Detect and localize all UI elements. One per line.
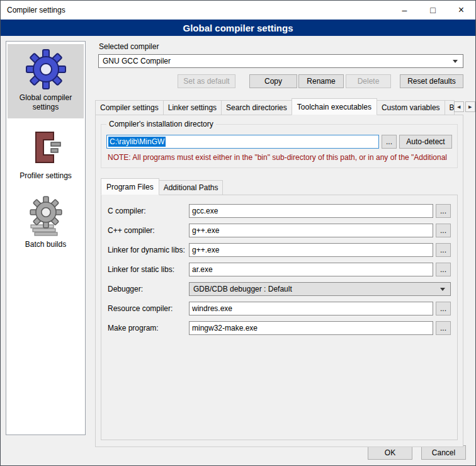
programs-tabbar: Program Files Additional Paths bbox=[101, 178, 458, 195]
gear-blue-icon bbox=[26, 49, 66, 89]
sidebar: Global compiler settings Profiler settin… bbox=[6, 41, 86, 435]
sidebar-item-label: Global compiler settings bbox=[9, 93, 82, 112]
selected-compiler-value: GNU GCC Compiler bbox=[103, 57, 171, 65]
cpp-compiler-browse-button[interactable]: ... bbox=[436, 224, 451, 237]
tab-program-files[interactable]: Program Files bbox=[101, 178, 159, 195]
c-compiler-label: C compiler: bbox=[108, 207, 186, 215]
copy-button[interactable]: Copy bbox=[249, 74, 297, 88]
installation-directory-row: C:\raylib\MinGW ... Auto-detect bbox=[106, 135, 452, 149]
compiler-actions: Set as default Copy Rename Delete Reset … bbox=[98, 74, 463, 88]
banner-title: Global compiler settings bbox=[183, 23, 293, 33]
set-as-default-button[interactable]: Set as default bbox=[178, 74, 235, 88]
selected-compiler-label: Selected compiler bbox=[99, 42, 463, 51]
tab-build-options[interactable]: Buil bbox=[445, 100, 455, 115]
static-linker-label: Linker for static libs: bbox=[108, 265, 186, 274]
compiler-settings-window: Compiler settings – □ × Global compiler … bbox=[0, 0, 476, 466]
minimize-icon: – bbox=[402, 5, 407, 15]
tab-toolchain-executables[interactable]: Toolchain executables bbox=[292, 98, 377, 115]
ok-button[interactable]: OK bbox=[368, 445, 412, 460]
tab-scroll-left-button[interactable]: ◀ bbox=[454, 101, 464, 112]
form-row-make-program: Make program: ... bbox=[108, 321, 451, 335]
debugger-dropdown[interactable]: GDB/CDB debugger : Default bbox=[189, 282, 451, 296]
debugger-label: Debugger: bbox=[108, 285, 186, 293]
tab-additional-paths[interactable]: Additional Paths bbox=[159, 180, 224, 195]
selected-compiler-dropdown[interactable]: GNU GCC Compiler bbox=[98, 54, 463, 68]
tab-linker-settings[interactable]: Linker settings bbox=[163, 100, 222, 115]
minimize-button[interactable]: – bbox=[390, 1, 419, 20]
make-program-browse-button[interactable]: ... bbox=[436, 321, 451, 335]
form-row-c-compiler: C compiler: ... bbox=[108, 204, 451, 218]
form-row-static-linker: Linker for static libs: ... bbox=[108, 263, 451, 276]
delete-button[interactable]: Delete bbox=[346, 74, 391, 88]
selected-text: C:\raylib\MinGW bbox=[108, 137, 166, 147]
sidebar-item-label: Batch builds bbox=[25, 240, 66, 249]
installation-directory-group: Compiler's installation directory C:\ray… bbox=[101, 124, 458, 168]
cpp-compiler-label: C++ compiler: bbox=[108, 226, 186, 235]
scroll-right-icon: ▶ bbox=[468, 105, 472, 110]
sidebar-item-profiler-settings[interactable]: Profiler settings bbox=[8, 122, 84, 187]
dynamic-linker-browse-button[interactable]: ... bbox=[436, 243, 451, 257]
browse-directory-button[interactable]: ... bbox=[382, 135, 397, 149]
cpp-compiler-input[interactable] bbox=[189, 224, 433, 237]
static-linker-browse-button[interactable]: ... bbox=[436, 263, 451, 276]
program-files-panel: C compiler: ... C++ compiler: ... Linker… bbox=[101, 195, 458, 440]
dialog-banner: Global compiler settings bbox=[1, 20, 475, 36]
dynamic-linker-label: Linker for dynamic libs: bbox=[108, 246, 186, 254]
auto-detect-button[interactable]: Auto-detect bbox=[399, 135, 452, 149]
chevron-down-icon bbox=[453, 60, 458, 63]
maximize-button[interactable]: □ bbox=[419, 1, 447, 20]
make-program-input[interactable] bbox=[189, 321, 433, 335]
form-row-debugger: Debugger: GDB/CDB debugger : Default bbox=[108, 282, 451, 296]
gear-gray-icon bbox=[26, 196, 66, 236]
main-content: Selected compiler GNU GCC Compiler Set a… bbox=[95, 40, 463, 447]
scroll-left-icon: ◀ bbox=[457, 105, 460, 110]
resource-compiler-browse-button[interactable]: ... bbox=[436, 302, 451, 315]
tab-scroll-controls: ◀ ▶ bbox=[454, 101, 475, 112]
reset-defaults-button[interactable]: Reset defaults bbox=[400, 74, 463, 88]
sidebar-item-batch-builds[interactable]: Batch builds bbox=[8, 191, 84, 256]
c-compiler-input[interactable] bbox=[189, 204, 433, 218]
chevron-down-icon bbox=[440, 288, 445, 291]
c-compiler-browse-button[interactable]: ... bbox=[436, 204, 451, 218]
tab-scroll-right-button[interactable]: ▶ bbox=[465, 101, 475, 112]
dialog-footer: OK Cancel bbox=[368, 445, 466, 460]
cancel-button[interactable]: Cancel bbox=[421, 445, 466, 460]
resource-compiler-input[interactable] bbox=[189, 302, 433, 315]
tab-search-directories[interactable]: Search directories bbox=[221, 100, 292, 115]
note-text: NOTE: All programs must exist either in … bbox=[108, 153, 452, 162]
rename-button[interactable]: Rename bbox=[298, 74, 344, 88]
sidebar-item-global-compiler-settings[interactable]: Global compiler settings bbox=[8, 44, 84, 118]
window-controls: – □ × bbox=[390, 1, 475, 20]
maximize-icon: □ bbox=[430, 5, 435, 15]
debugger-value: GDB/CDB debugger : Default bbox=[193, 285, 292, 293]
close-icon: × bbox=[458, 4, 464, 16]
resource-compiler-label: Resource compiler: bbox=[108, 304, 186, 313]
profiler-clamp-icon bbox=[26, 127, 66, 168]
toolchain-executables-panel: Compiler's installation directory C:\ray… bbox=[95, 115, 463, 447]
form-row-resource-compiler: Resource compiler: ... bbox=[108, 302, 451, 315]
make-program-label: Make program: bbox=[108, 324, 186, 332]
settings-tabbar: Compiler settings Linker settings Search… bbox=[95, 98, 463, 115]
form-row-cpp-compiler: C++ compiler: ... bbox=[108, 224, 451, 237]
form-row-dynamic-linker: Linker for dynamic libs: ... bbox=[108, 243, 451, 257]
static-linker-input[interactable] bbox=[189, 263, 433, 276]
tab-compiler-settings[interactable]: Compiler settings bbox=[95, 100, 164, 115]
close-button[interactable]: × bbox=[447, 1, 475, 20]
window-title: Compiler settings bbox=[1, 6, 65, 14]
sidebar-item-label: Profiler settings bbox=[20, 171, 72, 181]
installation-directory-input[interactable]: C:\raylib\MinGW bbox=[106, 135, 379, 149]
dynamic-linker-input[interactable] bbox=[189, 243, 433, 257]
installation-directory-label: Compiler's installation directory bbox=[106, 120, 216, 128]
titlebar[interactable]: Compiler settings – □ × bbox=[1, 1, 475, 20]
tab-custom-variables[interactable]: Custom variables bbox=[377, 100, 445, 115]
